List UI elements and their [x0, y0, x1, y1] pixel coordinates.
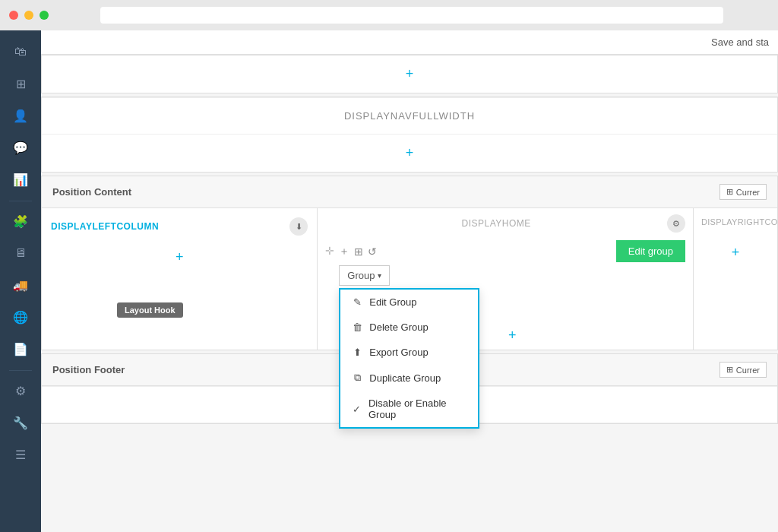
sidebar-icon-monitor[interactable]: 🖥: [5, 238, 36, 268]
refresh-icon[interactable]: ↺: [368, 245, 377, 258]
content-area: Save and sta + DISPLAYNAVFULLWIDTH + Pos…: [41, 30, 778, 532]
current-button[interactable]: ⊞ Currer: [719, 184, 767, 200]
sidebar-divider-2: [9, 370, 32, 371]
drag-handle-icon[interactable]: ✛: [325, 245, 334, 257]
sidebar: 🛍 ⊞ 👤 💬 📊 🧩 🖥 🚚 🌐 📄 ⚙ 🔧 ☰: [0, 30, 41, 532]
left-column: DISPLAYLEFTCOLUMN ⬇ +: [42, 208, 318, 350]
right-column: DISPLAYRIGHTCO... +: [694, 208, 777, 350]
display-nav-section: DISPLAYNAVFULLWIDTH +: [41, 97, 778, 173]
footer-current-icon: ⊞: [726, 365, 733, 375]
dropdown-item-delete-group[interactable]: 🗑 Delete Group: [340, 315, 478, 340]
mid-col-settings-icon[interactable]: ⚙: [667, 214, 685, 233]
columns-row: DISPLAYLEFTCOLUMN ⬇ + DISPLAYHOME ⚙ ✛: [42, 208, 777, 350]
sidebar-icon-chat[interactable]: 💬: [5, 132, 36, 163]
right-col-add[interactable]: +: [701, 245, 770, 261]
checkmark-icon: ✓: [351, 404, 362, 415]
mid-col-add-icon[interactable]: +: [508, 328, 517, 343]
titlebar: [0, 0, 778, 30]
footer-header-right: ⊞ Currer: [719, 362, 767, 378]
position-content-header: Position Content Layout Hook ⊞ Currer: [42, 176, 777, 208]
address-bar[interactable]: [100, 7, 723, 24]
sidebar-icon-addon[interactable]: 🔧: [5, 407, 36, 438]
maximize-button[interactable]: [40, 11, 49, 20]
sidebar-icon-truck[interactable]: 🚚: [5, 270, 36, 300]
duplicate-group-label: Duplicate Group: [369, 372, 441, 384]
top-section-block: +: [41, 55, 778, 93]
edit-icon: ✎: [351, 296, 363, 308]
mid-col-header: DISPLAYHOME ⚙: [325, 214, 685, 237]
sidebar-icon-puzzle[interactable]: 🧩: [5, 206, 36, 236]
sidebar-icon-user[interactable]: 👤: [5, 100, 36, 131]
close-button[interactable]: [9, 11, 18, 20]
trash-icon: 🗑: [351, 321, 363, 333]
group-dropdown-menu: ✎ Edit Group 🗑 Delete Group ⬆: [339, 288, 479, 429]
minimize-button[interactable]: [24, 11, 33, 20]
mid-col-title: DISPLAYHOME: [325, 218, 667, 229]
left-col-title: DISPLAYLEFTCOLUMN: [51, 221, 159, 232]
footer-current-text: Currer: [736, 366, 760, 375]
footer-current-button[interactable]: ⊞ Currer: [719, 362, 767, 378]
edit-group-label: Edit Group: [369, 296, 416, 308]
disable-enable-group-label: Disable or Enable Group: [368, 397, 467, 420]
delete-group-label: Delete Group: [369, 321, 428, 333]
grid-icon[interactable]: ⊞: [354, 245, 363, 258]
top-bar: Save and sta: [41, 30, 778, 55]
sidebar-icon-global[interactable]: 🌐: [5, 302, 36, 332]
group-dropdown-wrapper: Group ▾ ✎ Edit Group: [339, 265, 390, 286]
dropdown-item-disable-enable-group[interactable]: ✓ Disable or Enable Group: [340, 391, 478, 427]
position-content-section: Position Content Layout Hook ⊞ Currer DI…: [41, 176, 778, 350]
sidebar-icon-menu[interactable]: ☰: [5, 439, 36, 470]
dropdown-item-export-group[interactable]: ⬆ Export Group: [340, 340, 478, 365]
add-row-top[interactable]: +: [42, 55, 777, 93]
display-nav-label: DISPLAYNAVFULLWIDTH: [42, 97, 777, 135]
add-row-nav[interactable]: +: [42, 135, 777, 172]
dropdown-item-edit-group[interactable]: ✎ Edit Group: [340, 290, 478, 315]
group-dropdown-button[interactable]: Group ▾: [339, 265, 390, 286]
current-text: Currer: [736, 188, 760, 197]
group-btn-label: Group: [347, 270, 375, 281]
left-col-add[interactable]: +: [51, 249, 308, 265]
edit-group-button[interactable]: Edit group: [616, 240, 685, 262]
sidebar-icon-chart[interactable]: 📊: [5, 164, 36, 195]
sidebar-icon-page[interactable]: 📄: [5, 334, 36, 364]
sidebar-icon-store[interactable]: 🛍: [5, 36, 36, 67]
dropdown-item-duplicate-group[interactable]: ⧉ Duplicate Group: [340, 365, 478, 391]
middle-column: DISPLAYHOME ⚙ ✛ ＋ ⊞ ↺: [318, 208, 694, 350]
save-status-text: Save and sta: [711, 36, 769, 48]
position-header-right: ⊞ Currer: [719, 184, 767, 200]
sidebar-icon-dashboard[interactable]: ⊞: [5, 68, 36, 99]
duplicate-icon: ⧉: [351, 372, 363, 384]
position-footer-title: Position Footer: [52, 364, 125, 375]
current-icon: ⊞: [726, 187, 733, 197]
group-container: ＋ ⊞ ↺ Edit group Group ▾: [339, 240, 685, 344]
sidebar-icon-settings[interactable]: ⚙: [5, 375, 36, 406]
export-icon: ⬆: [351, 347, 363, 358]
right-col-title: DISPLAYRIGHTCO...: [701, 217, 778, 226]
left-col-settings-icon[interactable]: ⬇: [289, 217, 308, 236]
group-action-icons: ＋ ⊞ ↺: [339, 245, 377, 258]
position-content-title: Position Content: [52, 186, 131, 198]
add-module-icon[interactable]: ＋: [339, 245, 349, 258]
export-group-label: Export Group: [369, 347, 428, 358]
sidebar-divider-1: [9, 201, 32, 201]
dropdown-arrow-icon: ▾: [378, 271, 381, 280]
app-container: 🛍 ⊞ 👤 💬 📊 🧩 🖥 🚚 🌐 📄 ⚙ 🔧 ☰ Save and sta +…: [0, 30, 778, 532]
group-area: ✛ ＋ ⊞ ↺ Edit group: [325, 240, 685, 344]
